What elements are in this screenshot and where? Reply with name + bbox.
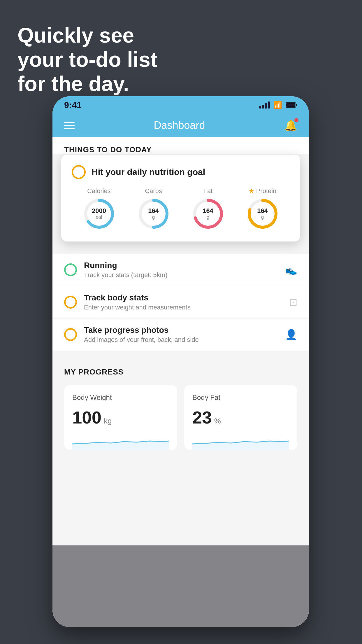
things-section-header: THINGS TO DO TODAY	[52, 137, 309, 154]
donut-center: 164 g	[203, 207, 213, 220]
todo-icon: 👟	[285, 264, 297, 276]
todo-title: Take progress photos	[84, 326, 278, 335]
status-icons: 📶	[259, 101, 297, 109]
todo-title: Track body stats	[84, 293, 282, 302]
progress-card-title: Body Weight	[72, 393, 169, 402]
macro-item-calories: Calories 2000 cal	[83, 187, 115, 230]
notification-button[interactable]: 🔔	[284, 119, 297, 132]
todo-icon: ⊡	[289, 296, 297, 308]
todo-text: Track body stats Enter your weight and m…	[84, 293, 282, 311]
donut-center: 2000 cal	[92, 207, 106, 220]
star-icon: ★	[249, 187, 254, 195]
card-header-row: Hit your daily nutrition goal	[72, 165, 290, 179]
progress-chart	[192, 432, 289, 450]
card-title: Hit your daily nutrition goal	[92, 167, 205, 177]
progress-card-body-fat[interactable]: Body Fat 23 %	[184, 385, 297, 450]
progress-value: 100	[72, 407, 101, 428]
things-section-title: THINGS TO DO TODAY	[64, 145, 297, 154]
chart-svg	[72, 432, 169, 450]
donut-carbs: 164 g	[138, 198, 170, 230]
battery-icon	[286, 102, 297, 108]
svg-rect-2	[286, 103, 295, 107]
todo-icon: 👤	[285, 329, 297, 340]
todo-title: Running	[84, 261, 278, 270]
macro-item-carbs: Carbs 164 g	[138, 187, 170, 230]
macro-label-protein: ★Protein	[249, 187, 277, 195]
donut-fat: 164 g	[192, 198, 224, 230]
notification-badge	[294, 118, 298, 122]
macros-row: Calories 2000 cal Carbs 164 g Fat 164 g …	[72, 187, 290, 230]
progress-chart	[72, 432, 169, 450]
progress-card-title: Body Fat	[192, 393, 289, 402]
phone-shell: 9:41 📶 Dashboard 🔔	[52, 96, 309, 627]
donut-calories: 2000 cal	[83, 198, 115, 230]
todo-subtitle: Add images of your front, back, and side	[84, 336, 278, 344]
macro-item-protein: ★Protein 164 g	[247, 187, 279, 230]
hero-line1: Quickly see	[17, 23, 157, 48]
nav-title: Dashboard	[154, 119, 205, 132]
menu-button[interactable]	[64, 122, 75, 129]
macro-label-calories: Calories	[87, 187, 111, 195]
hero-line3: for the day.	[17, 72, 157, 96]
todo-subtitle: Track your stats (target: 5km)	[84, 271, 278, 279]
todo-item[interactable]: Running Track your stats (target: 5km) 👟	[52, 254, 309, 286]
nutrition-goal-card[interactable]: Hit your daily nutrition goal Calories 2…	[61, 155, 300, 242]
nav-bar: Dashboard 🔔	[52, 114, 309, 137]
todo-circle	[64, 328, 77, 341]
todo-item[interactable]: Take progress photos Add images of your …	[52, 318, 309, 351]
chart-svg	[192, 432, 289, 450]
goal-check-circle[interactable]	[72, 165, 86, 179]
status-time: 9:41	[64, 100, 82, 110]
macro-label-carbs: Carbs	[145, 187, 162, 195]
todo-text: Running Track your stats (target: 5km)	[84, 261, 278, 279]
progress-value-row: 23 %	[192, 407, 289, 428]
donut-center: 164 g	[148, 207, 159, 220]
todo-circle	[64, 263, 77, 276]
progress-section: MY PROGRESS Body Weight 100 kg Body Fat …	[52, 356, 309, 461]
progress-unit: %	[214, 416, 221, 426]
content-area: THINGS TO DO TODAY Hit your daily nutrit…	[52, 137, 309, 627]
progress-title: MY PROGRESS	[64, 368, 297, 377]
progress-card-body-weight[interactable]: Body Weight 100 kg	[64, 385, 177, 450]
progress-unit: kg	[104, 416, 112, 426]
todo-subtitle: Enter your weight and measurements	[84, 304, 282, 311]
svg-rect-1	[296, 104, 297, 106]
macro-item-fat: Fat 164 g	[192, 187, 224, 230]
todo-text: Take progress photos Add images of your …	[84, 326, 278, 344]
signal-icon	[259, 102, 270, 108]
donut-protein: 164 g	[247, 198, 279, 230]
hero-text: Quickly see your to-do list for the day.	[17, 23, 157, 96]
donut-center: 164 g	[257, 207, 268, 220]
shadow-overlay	[52, 545, 309, 627]
hero-line2: your to-do list	[17, 48, 157, 72]
todo-circle	[64, 296, 77, 309]
progress-cards: Body Weight 100 kg Body Fat 23 %	[64, 385, 297, 450]
progress-value-row: 100 kg	[72, 407, 169, 428]
todo-item[interactable]: Track body stats Enter your weight and m…	[52, 286, 309, 318]
wifi-icon: 📶	[273, 101, 282, 109]
todo-list: Running Track your stats (target: 5km) 👟…	[52, 254, 309, 351]
macro-label-fat: Fat	[203, 187, 213, 195]
progress-value: 23	[192, 407, 212, 428]
status-bar: 9:41 📶	[52, 96, 309, 114]
